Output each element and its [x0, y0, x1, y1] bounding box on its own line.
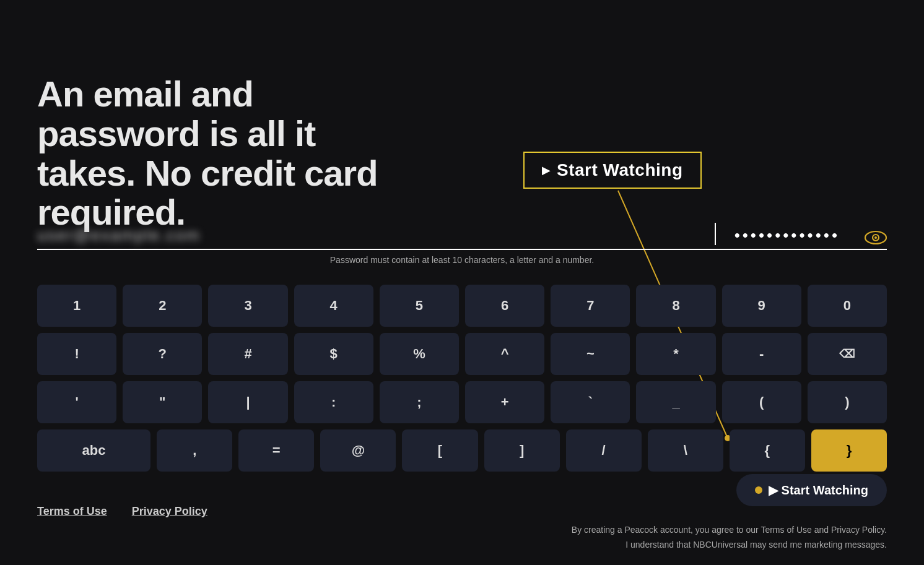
key-pipe[interactable]: | — [208, 381, 287, 423]
legal-line-2: I understand that NBCUniversal may send … — [572, 538, 887, 553]
keyboard-row-4: abc , = @ [ ] / \ { } — [37, 429, 887, 472]
key-caret[interactable]: ^ — [465, 333, 544, 375]
key-4[interactable]: 4 — [294, 285, 373, 327]
password-value: ••••••••••••• — [734, 226, 840, 244]
key-underscore[interactable]: _ — [636, 381, 715, 423]
form-area: user@example.com ••••••••••••• Password … — [37, 223, 887, 250]
terms-link[interactable]: Terms of Use — [37, 505, 107, 518]
input-row: user@example.com ••••••••••••• — [37, 223, 887, 250]
key-3[interactable]: 3 — [208, 285, 287, 327]
key-tilde[interactable]: ~ — [551, 333, 630, 375]
svg-point-4 — [874, 236, 877, 239]
email-value: user@example.com — [37, 226, 201, 244]
key-1[interactable]: 1 — [37, 285, 116, 327]
key-2[interactable]: 2 — [123, 285, 202, 327]
legal-line-1: By creating a Peacock account, you agree… — [572, 523, 887, 538]
key-quote[interactable]: " — [123, 381, 202, 423]
key-comma[interactable]: , — [157, 429, 232, 472]
keyboard-row-3: ' " | : ; + ` _ ( ) — [37, 381, 887, 423]
callout-label: Start Watching — [557, 160, 683, 180]
key-backtick[interactable]: ` — [551, 381, 630, 423]
links-row: Terms of Use Privacy Policy — [37, 505, 887, 518]
eye-icon[interactable] — [865, 230, 887, 245]
callout-annotation: ▶ Start Watching — [523, 152, 702, 189]
privacy-link[interactable]: Privacy Policy — [132, 505, 207, 518]
password-hint: Password must contain at least 10 charac… — [330, 255, 594, 265]
key-slash[interactable]: / — [566, 429, 642, 472]
field-divider — [715, 223, 716, 245]
legal-text: By creating a Peacock account, you agree… — [572, 523, 887, 553]
page-heading: An email and password is all it takes. N… — [37, 74, 378, 232]
dot-indicator — [755, 486, 762, 494]
key-percent[interactable]: % — [380, 333, 459, 375]
key-backspace[interactable]: ⌫ — [808, 333, 887, 375]
eye-icon-wrap[interactable] — [852, 230, 887, 245]
keyboard: 1 2 3 4 5 6 7 8 9 0 ! ? # $ % ^ ~ * - ⌫ … — [37, 285, 887, 478]
start-watching-label: ▶ Start Watching — [769, 483, 868, 498]
key-rcurly[interactable]: } — [811, 429, 887, 472]
key-0[interactable]: 0 — [808, 285, 887, 327]
key-dollar[interactable]: $ — [294, 333, 373, 375]
key-6[interactable]: 6 — [465, 285, 544, 327]
keyboard-row-1: 1 2 3 4 5 6 7 8 9 0 — [37, 285, 887, 327]
key-minus[interactable]: - — [722, 333, 801, 375]
key-5[interactable]: 5 — [380, 285, 459, 327]
keyboard-row-2: ! ? # $ % ^ ~ * - ⌫ — [37, 333, 887, 375]
key-rbracket[interactable]: ] — [484, 429, 560, 472]
email-field[interactable]: user@example.com — [37, 226, 696, 245]
callout-play-icon: ▶ — [542, 163, 551, 177]
key-semicolon[interactable]: ; — [380, 381, 459, 423]
key-plus[interactable]: + — [465, 381, 544, 423]
key-lparen[interactable]: ( — [722, 381, 801, 423]
key-lbracket[interactable]: [ — [402, 429, 477, 472]
key-abc[interactable]: abc — [37, 429, 150, 472]
key-backslash[interactable]: \ — [648, 429, 723, 472]
page-container: An email and password is all it takes. N… — [0, 0, 924, 565]
key-equals[interactable]: = — [238, 429, 314, 472]
key-asterisk[interactable]: * — [636, 333, 715, 375]
key-9[interactable]: 9 — [722, 285, 801, 327]
start-watching-button[interactable]: ▶ Start Watching — [736, 474, 887, 506]
key-question[interactable]: ? — [123, 333, 202, 375]
key-at[interactable]: @ — [320, 429, 396, 472]
key-colon[interactable]: : — [294, 381, 373, 423]
key-8[interactable]: 8 — [636, 285, 715, 327]
key-rparen[interactable]: ) — [808, 381, 887, 423]
key-hash[interactable]: # — [208, 333, 287, 375]
key-exclaim[interactable]: ! — [37, 333, 116, 375]
key-7[interactable]: 7 — [551, 285, 630, 327]
key-apostrophe[interactable]: ' — [37, 381, 116, 423]
password-field[interactable]: ••••••••••••• — [734, 226, 852, 245]
key-lcurly[interactable]: { — [730, 429, 805, 472]
